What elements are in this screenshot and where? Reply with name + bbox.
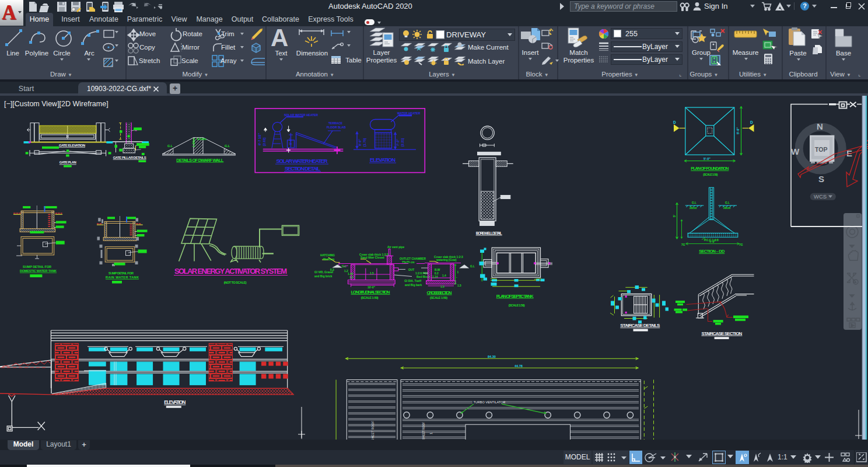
svg-text:B.W: B.W bbox=[435, 269, 440, 271]
svg-text:SUMP DETAIL FOR: SUMP DETAIL FOR bbox=[23, 265, 51, 269]
svg-text:ELEVATION: ELEVATION bbox=[164, 399, 186, 405]
svg-text:[2.02]: [2.02] bbox=[262, 137, 266, 146]
svg-text:N: N bbox=[817, 121, 823, 131]
svg-text:TURBO VENTILATOR: TURBO VENTILATOR bbox=[474, 400, 506, 404]
svg-text:OUT: OUT bbox=[408, 269, 414, 271]
svg-text:(SCALE 1:50): (SCALE 1:50) bbox=[361, 296, 379, 299]
svg-text:Cover slab thick 1:2:3: Cover slab thick 1:2:3 bbox=[434, 256, 463, 259]
svg-text:1.4: 1.4 bbox=[442, 274, 446, 277]
svg-text:HATCHING: HATCHING bbox=[320, 254, 335, 257]
svg-text:SHEET ROOF: SHEET ROOF bbox=[422, 422, 425, 440]
svg-text:(SCALE 1:50): (SCALE 1:50) bbox=[703, 173, 718, 176]
svg-text:G.L: G.L bbox=[470, 265, 475, 268]
svg-text:OUTLET CHAMBER: OUTLET CHAMBER bbox=[400, 257, 426, 260]
svg-text:STAIRCASE DETAILS: STAIRCASE DETAILS bbox=[620, 323, 660, 328]
svg-text:[1.75]: [1.75] bbox=[363, 138, 366, 147]
svg-text:0.3: 0.3 bbox=[330, 269, 334, 271]
svg-text:RAIN WATER TANK: RAIN WATER TANK bbox=[106, 276, 139, 279]
svg-text:ELEVATION: ELEVATION bbox=[370, 156, 396, 163]
svg-text:[2.21]: [2.21] bbox=[401, 138, 404, 147]
svg-text:[−][Custom View][2D Wireframe]: [−][Custom View][2D Wireframe] bbox=[4, 100, 108, 108]
svg-text:BORE WELL DETAIL: BORE WELL DETAIL bbox=[476, 231, 502, 235]
svg-text:watering [Cow]: watering [Cow] bbox=[436, 259, 457, 262]
svg-text:LONGITUDINAL SECTION: LONGITUDINAL SECTION bbox=[351, 290, 390, 295]
svg-text:SHEET ROOF: SHEET ROOF bbox=[371, 421, 374, 440]
svg-text:DRIVEWAY: DRIVEWAY bbox=[446, 30, 486, 39]
svg-text:SOLAR ENERGY ACTIVATOR SYSTEM: SOLAR ENERGY ACTIVATOR SYSTEM bbox=[174, 267, 287, 276]
svg-text:1: 1 bbox=[457, 271, 459, 274]
svg-text:and Big bark: and Big bark bbox=[405, 284, 422, 287]
svg-text:DETAILS OF DWARF WALL: DETAILS OF DWARF WALL bbox=[176, 158, 223, 163]
svg-text:7G: 7G bbox=[739, 243, 743, 246]
svg-text:(NOT TO SCALE): (NOT TO SCALE) bbox=[224, 281, 247, 284]
svg-text:45x45cm: 45x45cm bbox=[323, 258, 334, 261]
svg-text:8'-9": 8'-9" bbox=[358, 139, 362, 146]
svg-text:20cm: 20cm bbox=[690, 207, 696, 210]
svg-text:1.14: 1.14 bbox=[432, 276, 438, 278]
svg-text:1.5: 1.5 bbox=[349, 276, 354, 279]
svg-text:0.2: 0.2 bbox=[435, 272, 439, 275]
svg-text:D: D bbox=[673, 120, 676, 124]
svg-text:WCS: WCS bbox=[814, 193, 827, 200]
svg-text:SECTION – DD: SECTION – DD bbox=[699, 249, 725, 254]
svg-text:6'-7 1/2": 6'-7 1/2" bbox=[258, 133, 261, 145]
svg-text:1.5: 1.5 bbox=[457, 284, 461, 287]
svg-text:and Big brick: and Big brick bbox=[314, 275, 332, 278]
svg-text:G.L: G.L bbox=[167, 144, 173, 148]
svg-text:(SCALE 1:50): (SCALE 1:50) bbox=[430, 296, 447, 299]
svg-text:TERRACE: TERRACE bbox=[328, 121, 343, 125]
svg-text:5'-0": 5'-0" bbox=[704, 157, 710, 161]
svg-text:1.45: 1.45 bbox=[348, 273, 354, 276]
svg-text:G.L: G.L bbox=[725, 201, 730, 204]
svg-text:GI DIA. Toeff: GI DIA. Toeff bbox=[404, 280, 421, 283]
svg-text:STAIRCASE SECTION: STAIRCASE SECTION bbox=[701, 331, 742, 336]
svg-text:84.30: 84.30 bbox=[488, 355, 496, 358]
svg-text:G.L: G.L bbox=[692, 201, 696, 204]
svg-text:1.50m: 1.50m bbox=[192, 138, 195, 147]
svg-text:Sand filter Closed: Sand filter Closed bbox=[360, 256, 384, 259]
svg-text:SUMP DETAIL FOR: SUMP DETAIL FOR bbox=[108, 271, 134, 275]
svg-text:GATE PLAN: GATE PLAN bbox=[60, 161, 76, 164]
svg-text:0.23m: 0.23m bbox=[197, 137, 206, 141]
svg-text:5': 5' bbox=[673, 215, 676, 217]
svg-text:44.78: 44.78 bbox=[514, 364, 523, 368]
svg-text:PLAN OF FOUNDATION: PLAN OF FOUNDATION bbox=[691, 166, 729, 171]
svg-text:7'-3": 7'-3" bbox=[396, 139, 400, 146]
svg-text:S: S bbox=[818, 174, 824, 184]
svg-text:DOMESTIC WATER TANK: DOMESTIC WATER TANK bbox=[20, 269, 57, 273]
svg-text:5'-9": 5'-9" bbox=[289, 138, 292, 145]
svg-text:1.5: 1.5 bbox=[440, 285, 444, 288]
svg-text:1:2:6 PCC: 1:2:6 PCC bbox=[415, 272, 429, 275]
svg-text:Air vent pipe: Air vent pipe bbox=[387, 246, 404, 249]
svg-text:SECTION DETAIL: SECTION DETAIL bbox=[285, 165, 320, 172]
svg-text:SOLAR WATER HEATER: SOLAR WATER HEATER bbox=[284, 113, 318, 117]
svg-text:D: D bbox=[750, 120, 753, 124]
svg-text:20cm: 20cm bbox=[723, 207, 730, 210]
svg-text:PLAN OF SEPTIC TANK: PLAN OF SEPTIC TANK bbox=[496, 294, 534, 299]
svg-text:FLOOR SLAB: FLOOR SLAB bbox=[327, 126, 346, 129]
svg-text:CROSS SECTION: CROSS SECTION bbox=[427, 290, 452, 295]
svg-text:75x75 cm: 75x75 cm bbox=[402, 261, 415, 264]
svg-text:GATE PILLAR DETAILS: GATE PILLAR DETAILS bbox=[113, 156, 146, 159]
svg-text:4'-6": 4'-6" bbox=[709, 241, 715, 243]
svg-text:TOP: TOP bbox=[815, 146, 827, 153]
svg-text:GATE ELEVATION: GATE ELEVATION bbox=[59, 144, 85, 147]
svg-text:G.L: G.L bbox=[342, 265, 346, 268]
svg-text:10'-0": 10'-0" bbox=[368, 286, 375, 289]
svg-text:G.L: G.L bbox=[225, 144, 230, 148]
svg-text:1.5: 1.5 bbox=[370, 272, 374, 275]
svg-text:SOLAR WATER HEATER: SOLAR WATER HEATER bbox=[276, 158, 328, 164]
svg-text:(SCALE 1:50): (SCALE 1:50) bbox=[509, 304, 525, 307]
svg-text:5'-0": 5'-0" bbox=[736, 127, 740, 134]
svg-text:WATER HEATER: WATER HEATER bbox=[397, 111, 421, 115]
svg-text:-: - bbox=[456, 276, 457, 279]
svg-text:W: W bbox=[791, 147, 800, 156]
svg-text:7G: 7G bbox=[681, 243, 685, 246]
svg-text:Cover slab thick 1:2:3: Cover slab thick 1:2:3 bbox=[359, 253, 388, 256]
